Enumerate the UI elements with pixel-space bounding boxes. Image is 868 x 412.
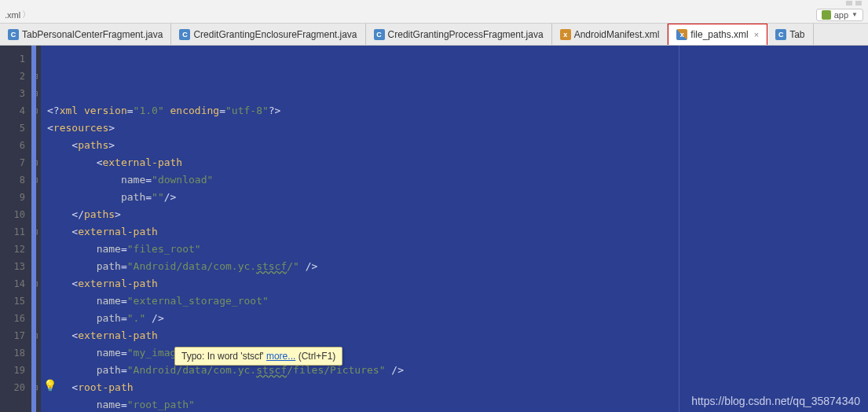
line-number[interactable]: 9 [0, 189, 25, 206]
code-line[interactable]: </paths> [47, 206, 868, 223]
tab-tabpersonalcenterfragment-java[interactable]: CTabPersonalCenterFragment.java [0, 24, 171, 45]
breadcrumb[interactable]: .xml 〉 app ▼ [0, 6, 868, 24]
line-number[interactable]: 17 [0, 327, 25, 344]
tab-label: TabPersonalCenterFragment.java [22, 29, 163, 40]
line-number[interactable]: 12 [0, 241, 25, 258]
editor-area: 1234567891011121314151617181920 ⊟⊟⊟⊟⊟⊟⊟⊟… [0, 46, 868, 412]
watermark: https://blog.csdn.net/qq_35874340 [691, 395, 860, 407]
tab-tab[interactable]: CTab [767, 24, 813, 45]
line-number[interactable]: 10 [0, 206, 25, 223]
module-selector[interactable]: app ▼ [816, 9, 863, 21]
java-file-icon: C [374, 29, 385, 40]
code-line[interactable]: <external-path [47, 275, 868, 292]
line-number[interactable]: 7 [0, 154, 25, 171]
bulb-icon[interactable]: 💡 [43, 379, 56, 392]
chevron-right-icon: 〉 [22, 9, 31, 20]
tooltip-text: Typo: In word 'stscf' [181, 351, 266, 362]
mini-icon [855, 1, 862, 6]
tab-label: Tab [789, 29, 804, 40]
code-line[interactable]: path="Android/data/com.yc.stscf/files/Pi… [47, 362, 868, 379]
line-number[interactable]: 4 [0, 102, 25, 120]
java-file-icon: C [179, 29, 190, 40]
tooltip-shortcut: (Ctrl+F1) [295, 351, 335, 362]
tab-file_paths-xml[interactable]: xfile_paths.xml× [668, 24, 767, 45]
window-top-strip [0, 0, 868, 6]
code-line[interactable]: path="." /> [47, 310, 868, 327]
xml-file-icon: x [560, 29, 571, 40]
tab-label: CreditGrantingEnclosureFragment.java [193, 29, 357, 40]
code-line[interactable]: <external-path [47, 154, 868, 171]
typo-tooltip[interactable]: Typo: In word 'stscf' more... (Ctrl+F1) [174, 347, 342, 366]
xml2-file-icon: x [676, 29, 687, 40]
code-line[interactable]: name="files_root" [47, 241, 868, 258]
tab-label: CreditGrantingProcessFragment.java [388, 29, 544, 40]
line-number[interactable]: 18 [0, 344, 25, 362]
line-number[interactable]: 11 [0, 223, 25, 241]
code-line[interactable]: path=""/> [47, 189, 868, 206]
code-line[interactable]: <root-path [47, 379, 868, 396]
line-gutter[interactable]: 1234567891011121314151617181920 [0, 46, 30, 412]
code-area[interactable]: <?xml version="1.0" encoding="utf-8"?><r… [41, 46, 868, 412]
module-icon [822, 10, 831, 20]
right-margin-line [679, 46, 679, 412]
editor-tabs: CTabPersonalCenterFragment.javaCCreditGr… [0, 24, 868, 46]
tab-label: AndroidManifest.xml [574, 29, 660, 40]
tooltip-more-link[interactable]: more... [266, 351, 295, 362]
line-number[interactable]: 1 [0, 50, 25, 68]
java-file-icon: C [775, 29, 786, 40]
line-number[interactable]: 5 [0, 120, 25, 137]
line-number[interactable]: 3 [0, 85, 25, 102]
code-line[interactable]: <external-path [47, 223, 868, 241]
line-number[interactable]: 2 [0, 68, 25, 85]
code-line[interactable]: path="Android/data/com.yc.stscf/" /> [47, 258, 868, 275]
code-line[interactable]: <?xml version="1.0" encoding="utf-8"?> [47, 102, 868, 120]
line-number[interactable]: 8 [0, 171, 25, 189]
line-number[interactable]: 13 [0, 258, 25, 275]
line-number[interactable]: 15 [0, 292, 25, 310]
code-line[interactable]: <resources> [47, 120, 868, 137]
close-icon[interactable]: × [754, 30, 759, 39]
code-line[interactable]: name="my_images" [47, 344, 868, 362]
breadcrumb-item[interactable]: .xml [5, 10, 20, 20]
selection-indicator [31, 46, 36, 412]
mini-icon [846, 1, 852, 6]
code-line[interactable]: <paths> [47, 137, 868, 154]
line-number[interactable]: 16 [0, 310, 25, 327]
tab-creditgrantingenclosurefragment-java[interactable]: CCreditGrantingEnclosureFragment.java [171, 24, 365, 45]
chevron-down-icon: ▼ [852, 11, 858, 18]
code-line[interactable]: name="external_storage_root" [47, 292, 868, 310]
code-line[interactable]: <external-path [47, 327, 868, 344]
line-number[interactable]: 14 [0, 275, 25, 292]
code-line[interactable]: name="download" [47, 171, 868, 189]
line-number[interactable]: 6 [0, 137, 25, 154]
tab-androidmanifest-xml[interactable]: xAndroidManifest.xml [552, 24, 668, 45]
line-number[interactable]: 19 [0, 362, 25, 379]
module-label: app [834, 10, 848, 20]
tab-label: file_paths.xml [690, 29, 748, 40]
line-number[interactable]: 20 [0, 379, 25, 396]
tab-creditgrantingprocessfragment-java[interactable]: CCreditGrantingProcessFragment.java [366, 24, 552, 45]
java-file-icon: C [8, 29, 19, 40]
